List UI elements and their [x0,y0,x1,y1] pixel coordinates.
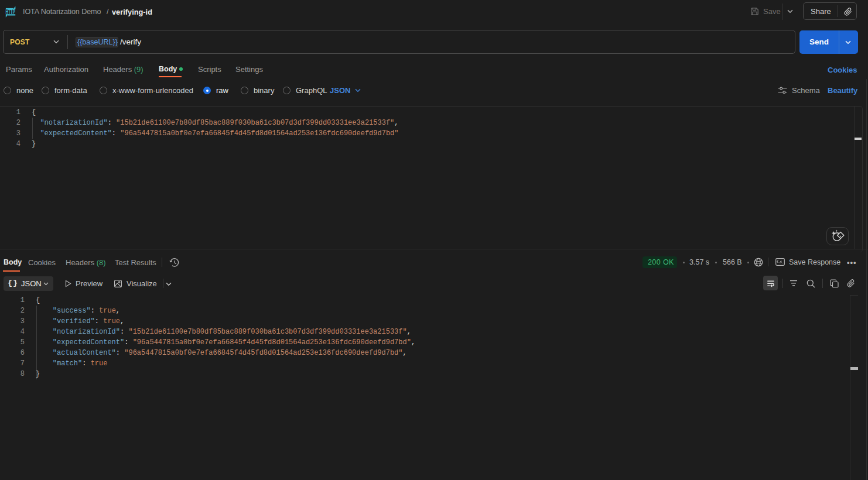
svg-text:HTTP: HTTP [5,9,15,15]
